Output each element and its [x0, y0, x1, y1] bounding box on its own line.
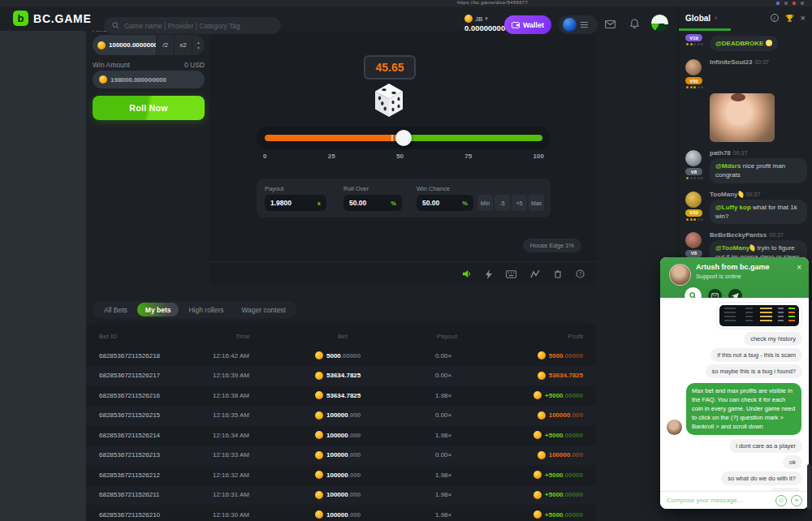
double-bet-button[interactable]: x2: [175, 35, 192, 55]
win-amount-field: 198000.000000000: [93, 71, 205, 88]
chat-rules-info-icon[interactable]: i: [771, 14, 779, 22]
user-message: so what do we do with it?: [721, 471, 802, 485]
support-compose-bar[interactable]: Compose your message... ☺ ➣: [660, 491, 809, 509]
send-message-icon[interactable]: ➣: [791, 495, 802, 506]
half-bet-button[interactable]: /2: [157, 35, 174, 55]
compose-placeholder[interactable]: Compose your message...: [667, 497, 771, 504]
bet-amount-value[interactable]: 100000.00000000: [109, 41, 156, 49]
slider-scale: 0 25 50 75 100: [257, 153, 551, 160]
table-header-row: Bet ID Time Bet Payout Profit: [86, 326, 596, 346]
close-chat-icon[interactable]: ×: [801, 13, 806, 23]
slider-track[interactable]: [265, 135, 542, 141]
browser-url[interactable]: https://bc.game/dice/5456677: [457, 0, 528, 5]
avatar[interactable]: [685, 232, 702, 248]
table-row[interactable]: 68285367211526211 12:16:31 AM 100000.000…: [86, 485, 596, 506]
chat-username[interactable]: path78: [710, 149, 731, 157]
browser-extension-icons: [776, 2, 804, 5]
message-bubble: @DEADBROKE: [710, 36, 778, 51]
hotkeys-keyboard-icon[interactable]: [506, 270, 516, 278]
history-screenshot-bubble[interactable]: [716, 302, 802, 329]
balance-selector[interactable]: JB ▾ 0.00000000: [464, 15, 505, 32]
bc-game-logo[interactable]: b BC.GAME: [13, 11, 92, 26]
avatar[interactable]: [685, 150, 702, 166]
tick-25: 25: [328, 153, 335, 160]
chat-username[interactable]: BeBeBeckyPantss: [710, 231, 767, 239]
spin-promo-icon[interactable]: [651, 15, 668, 32]
roll-now-button[interactable]: Roll Now: [93, 96, 205, 120]
sound-icon[interactable]: [462, 269, 472, 278]
percent-icon: %: [462, 200, 468, 207]
plus-5-button[interactable]: +5: [512, 195, 527, 211]
col-payout: Payout: [435, 333, 520, 340]
table-row[interactable]: 68285367211526212 12:16:32 AM 100000.000…: [86, 465, 596, 485]
coin-icon: [538, 351, 546, 360]
coin-icon: [315, 510, 323, 519]
win-chance-field[interactable]: 50.00 %: [417, 195, 473, 211]
help-icon[interactable]: ?: [576, 269, 585, 278]
amount-stepper[interactable]: ▴▾: [192, 35, 205, 55]
chat-username[interactable]: TooMany: [710, 191, 738, 198]
chat-message: V19 @DEADBROKE: [685, 34, 810, 51]
wallet-button[interactable]: Wallet: [504, 15, 551, 34]
coin-icon: [533, 431, 542, 439]
win-amount-label: Win Amount: [93, 61, 130, 69]
clear-trash-icon[interactable]: [554, 269, 562, 278]
tab-all-bets[interactable]: All Bets: [96, 303, 136, 316]
bet-amount-input[interactable]: 100000.00000000 /2 x2 ▴▾: [93, 35, 205, 55]
search-input[interactable]: Game name | Provider | Category Tag: [104, 17, 281, 34]
tick-50: 50: [396, 153, 404, 160]
chat-username[interactable]: InfiniteSoul23: [710, 58, 752, 66]
scrollbar-thumb[interactable]: [807, 464, 811, 510]
result-marker: [391, 135, 393, 141]
coin-icon: [538, 372, 546, 380]
roll-now-label: Roll Now: [129, 103, 167, 113]
avatar[interactable]: [685, 59, 702, 75]
user-menu[interactable]: [559, 15, 598, 34]
chevron-down-icon: ▾: [485, 15, 488, 22]
col-bet: Bet: [315, 333, 435, 340]
roll-slider[interactable]: [257, 127, 551, 149]
table-row[interactable]: 68285367211526217 12:16:39 AM 53634.7825…: [86, 366, 596, 386]
chevron-right-icon[interactable]: ›: [715, 14, 717, 22]
emoji-picker-icon[interactable]: ☺: [775, 495, 787, 506]
table-row[interactable]: 68285367211526215 12:16:35 AM 100000.000…: [86, 406, 596, 426]
tick-0: 0: [263, 153, 266, 160]
win-amount-label-row: Win Amount 0 USD: [93, 61, 205, 69]
table-row[interactable]: 68285367211526218 12:16:42 AM 5000.00000…: [86, 346, 596, 366]
trends-icon[interactable]: [530, 269, 540, 278]
coin-icon: [315, 491, 323, 499]
coin-icon: [315, 471, 323, 479]
payout-field[interactable]: 1.9800 x: [265, 195, 326, 211]
trophy-icon[interactable]: [785, 14, 794, 23]
wager-level-dots: [686, 177, 703, 179]
user-message: i dont care as a player: [729, 439, 802, 453]
chat-image-crying-baby[interactable]: [710, 93, 775, 142]
max-button[interactable]: Max: [529, 195, 544, 211]
slider-knob[interactable]: [395, 130, 412, 146]
minus-5-button[interactable]: -5: [495, 195, 510, 211]
coin-icon: [315, 451, 323, 459]
left-sidebar-strip: [0, 24, 86, 521]
messages-icon[interactable]: [605, 17, 615, 32]
tab-wager-contest[interactable]: Wager contest: [233, 303, 294, 316]
roll-over-field[interactable]: 50.00 %: [343, 195, 402, 211]
table-row[interactable]: 68285367211526213 12:16:33 AM 100000.000…: [86, 446, 596, 466]
tab-my-bets[interactable]: My bets: [137, 303, 179, 316]
table-row[interactable]: 68285367211526216 12:16:38 AM 53634.7825…: [86, 385, 596, 406]
roll-result-box: 45.65: [364, 55, 416, 80]
close-support-icon[interactable]: ×: [797, 263, 801, 272]
table-row[interactable]: 68285367211526214 12:16:34 AM 100000.000…: [86, 425, 596, 446]
coin-icon: [533, 510, 542, 519]
table-row[interactable]: 68285367211526210 12:16:30 AM 100000.000…: [86, 505, 596, 521]
agent-message-row: Max bet and max profits are visible in t…: [667, 383, 801, 435]
top-navbar: b BC.GAME Game name | Provider | Categor…: [0, 6, 678, 31]
notifications-bell-icon[interactable]: [630, 17, 639, 32]
avatar[interactable]: [685, 192, 702, 208]
min-button[interactable]: Min: [477, 195, 493, 211]
instant-bet-lightning-icon[interactable]: [486, 269, 492, 279]
tick-75: 75: [464, 153, 472, 160]
tab-high-rollers[interactable]: High rollers: [180, 303, 231, 316]
support-status: Support is online: [696, 273, 801, 280]
chat-room-title[interactable]: Global: [685, 14, 710, 23]
user-message: so maybe this is a bug i found?: [706, 364, 802, 378]
